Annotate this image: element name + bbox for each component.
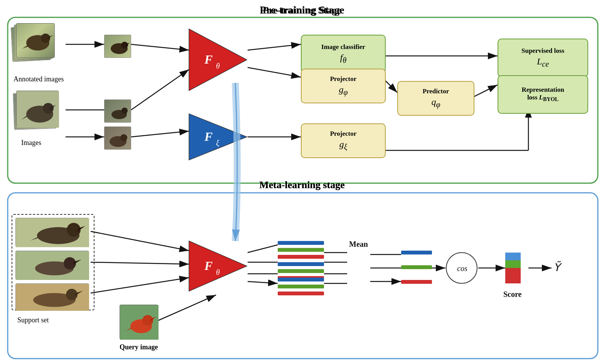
representation-loss-label2: loss LBYOL bbox=[527, 94, 558, 103]
svg-rect-57 bbox=[401, 265, 432, 269]
svg-text:ξ: ξ bbox=[216, 139, 219, 147]
image-classifier-box: Image classifier fθ bbox=[301, 35, 386, 73]
svg-point-74 bbox=[121, 108, 128, 114]
supervised-loss-sub: Lce bbox=[537, 56, 549, 69]
predictor-sub: qφ bbox=[431, 97, 440, 109]
svg-line-26 bbox=[91, 231, 189, 251]
svg-rect-47 bbox=[278, 241, 324, 245]
representation-loss-box: Representation loss LBYOL bbox=[498, 75, 588, 114]
support-bird-1 bbox=[15, 218, 89, 247]
support-bird-3 bbox=[15, 283, 89, 310]
svg-text:Score: Score bbox=[503, 290, 522, 298]
svg-point-72 bbox=[43, 103, 54, 114]
svg-text:F: F bbox=[204, 130, 213, 143]
svg-text:F: F bbox=[204, 259, 213, 273]
svg-text:Ỹ: Ỹ bbox=[553, 261, 562, 273]
query-image-label: Query image bbox=[120, 343, 158, 351]
svg-rect-58 bbox=[401, 280, 432, 284]
pretrain-section-title: Pre-training Stage bbox=[0, 4, 604, 16]
svg-point-59 bbox=[446, 253, 477, 283]
svg-line-33 bbox=[248, 281, 278, 283]
svg-line-13 bbox=[131, 131, 189, 137]
support-set-label: Support set bbox=[17, 316, 49, 324]
projector-bot-sub: gξ bbox=[339, 139, 348, 152]
svg-marker-3 bbox=[189, 114, 247, 160]
image-classifier-label: Image classifier bbox=[321, 43, 365, 51]
svg-line-28 bbox=[91, 278, 189, 293]
svg-rect-62 bbox=[505, 260, 521, 276]
images-bird-main bbox=[16, 91, 59, 127]
representation-loss-label: Representation bbox=[521, 86, 564, 94]
svg-rect-52 bbox=[278, 276, 324, 280]
svg-rect-56 bbox=[401, 251, 432, 254]
svg-point-76 bbox=[120, 134, 127, 141]
svg-point-69 bbox=[121, 42, 128, 49]
svg-text:θ: θ bbox=[216, 268, 220, 276]
svg-line-9 bbox=[131, 44, 189, 50]
svg-text:cos: cos bbox=[457, 264, 467, 273]
predictor-label: Predictor bbox=[423, 88, 449, 95]
svg-rect-54 bbox=[278, 285, 324, 288]
svg-text:F: F bbox=[204, 52, 213, 66]
projector-top-sub: gφ bbox=[339, 84, 348, 97]
svg-line-12 bbox=[131, 69, 189, 110]
svg-rect-53 bbox=[278, 278, 324, 281]
svg-line-18 bbox=[386, 81, 397, 93]
svg-rect-1 bbox=[8, 193, 598, 359]
svg-text:θ: θ bbox=[216, 62, 220, 70]
annotated-bird-main bbox=[16, 23, 55, 58]
projector-top-box: Projector gφ bbox=[301, 69, 386, 103]
image-classifier-sub: fθ bbox=[340, 52, 347, 65]
projector-bot-box: Projector gξ bbox=[301, 123, 386, 158]
supervised-loss-box: Supervised loss Lce bbox=[498, 39, 588, 77]
metalearning-section-title: Meta-learning stage bbox=[0, 179, 604, 191]
annotated-images-label: Annotated images bbox=[13, 75, 64, 83]
images-label: Images bbox=[21, 139, 41, 147]
images-crop-2 bbox=[104, 126, 131, 150]
query-image bbox=[120, 305, 158, 339]
images-crop-1 bbox=[104, 99, 131, 123]
svg-line-15 bbox=[248, 67, 301, 77]
support-bird-2 bbox=[15, 251, 89, 280]
svg-rect-50 bbox=[278, 262, 324, 266]
svg-line-14 bbox=[248, 44, 301, 50]
svg-line-19 bbox=[471, 85, 498, 98]
projector-bot-label: Projector bbox=[330, 130, 357, 138]
svg-rect-63 bbox=[505, 268, 521, 283]
svg-marker-23 bbox=[189, 241, 247, 291]
svg-point-67 bbox=[41, 34, 50, 43]
annotated-crop-1 bbox=[104, 35, 131, 58]
svg-rect-51 bbox=[278, 269, 324, 273]
svg-line-27 bbox=[91, 262, 189, 264]
svg-rect-55 bbox=[278, 292, 324, 295]
svg-rect-49 bbox=[278, 255, 324, 259]
svg-rect-61 bbox=[505, 253, 521, 268]
projector-top-label: Projector bbox=[330, 75, 357, 83]
supervised-loss-label: Supervised loss bbox=[521, 47, 564, 55]
predictor-box: Predictor qφ bbox=[397, 81, 474, 116]
svg-text:Mean: Mean bbox=[349, 240, 368, 248]
svg-line-30 bbox=[248, 245, 278, 253]
svg-line-29 bbox=[150, 295, 216, 324]
svg-marker-2 bbox=[189, 29, 247, 91]
svg-rect-48 bbox=[278, 248, 324, 252]
